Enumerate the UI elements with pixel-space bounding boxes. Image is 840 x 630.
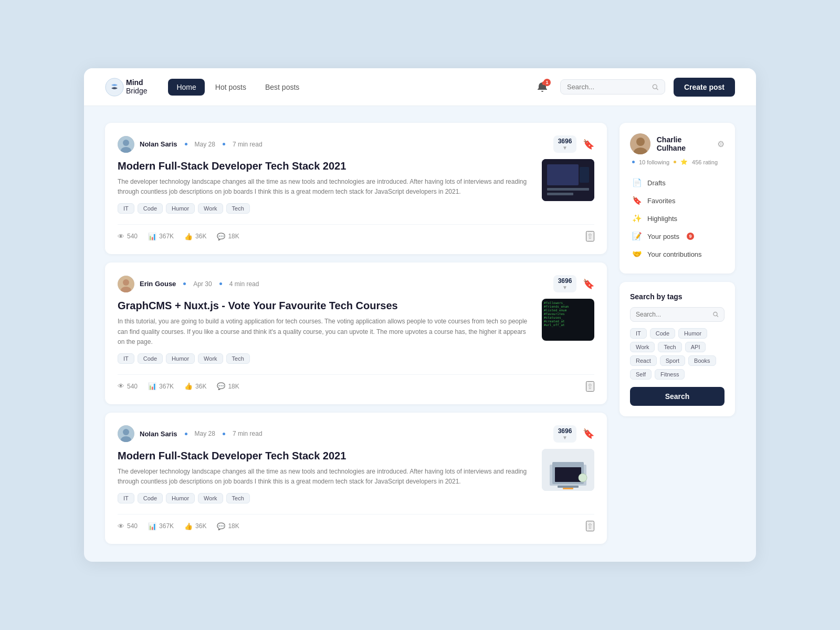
following-dot	[632, 161, 635, 163]
tag-pill-self[interactable]: Self	[630, 369, 652, 380]
post-body-3: Modern Full-Stack Developer Tech Stack 2…	[118, 449, 594, 512]
tag-pill-sport[interactable]: Sport	[660, 355, 685, 366]
stat-views2-val-2: 367K	[159, 383, 174, 390]
stat-views-3: 👁 540	[118, 522, 138, 530]
sidebar-item-highlights[interactable]: ✨ Highlights	[630, 209, 724, 227]
svg-rect-22	[555, 467, 581, 482]
tag-pill-react[interactable]: React	[630, 355, 657, 366]
tag-it-2[interactable]: IT	[118, 353, 134, 364]
favorites-label: Favorites	[647, 197, 675, 205]
comment-icon-1: 💬	[217, 233, 225, 240]
sidebar-item-favorites[interactable]: 🔖 Favorites	[630, 192, 724, 209]
share-button-2[interactable]: ⇧	[586, 381, 594, 392]
user-stats: 10 following ⭐ 456 rating	[630, 159, 724, 165]
svg-point-17	[123, 429, 129, 435]
nav-hot-posts[interactable]: Hot posts	[207, 79, 255, 96]
tags-search-input[interactable]	[636, 311, 710, 318]
rating-dot	[674, 161, 676, 163]
stat-comments-val-2: 18K	[228, 383, 239, 390]
stat-views2-val-1: 367K	[159, 233, 174, 240]
tag-it-3[interactable]: IT	[118, 493, 134, 503]
tag-pill-code[interactable]: Code	[650, 328, 675, 339]
stat-comments-1: 💬 18K	[217, 233, 239, 240]
author-avatar-3	[118, 425, 134, 442]
post-readtime-2: 4 min read	[229, 280, 259, 288]
header-search-input[interactable]	[567, 83, 648, 91]
tag-code-3[interactable]: Code	[138, 493, 163, 503]
tag-pill-work[interactable]: Work	[630, 342, 655, 352]
create-post-button[interactable]: Create post	[674, 78, 735, 97]
stat-likes-2: 👍 36K	[184, 382, 206, 390]
sidebar-item-your-posts[interactable]: 📝 Your posts 9	[630, 227, 724, 245]
user-rating: 456 rating	[692, 159, 718, 165]
posts-badge: 9	[687, 233, 694, 240]
share-button-3[interactable]: ⇧	[586, 521, 594, 531]
search-tags-button[interactable]: Search	[630, 387, 724, 406]
bookmark-button-2[interactable]: 🔖	[583, 278, 594, 290]
post-title-3[interactable]: Modern Full-Stack Developer Tech Stack 2…	[118, 449, 533, 463]
post-tags-1: IT Code Humor Work Tech	[118, 203, 533, 214]
drafts-icon: 📄	[632, 178, 642, 187]
tag-humor-3[interactable]: Humor	[166, 493, 195, 503]
tag-work-3[interactable]: Work	[198, 493, 223, 503]
post-tags-3: IT Code Humor Work Tech	[118, 493, 533, 503]
tag-pills-container: IT Code Humor Work Tech API React Sport …	[630, 328, 724, 380]
tag-tech-1[interactable]: Tech	[226, 203, 250, 214]
user-avatar	[630, 133, 650, 154]
body-content: Nolan Saris May 28 7 min read 3696 ▼ 🔖	[84, 106, 756, 562]
nav-best-posts[interactable]: Best posts	[257, 79, 308, 96]
tag-pill-fitness[interactable]: Fitness	[655, 369, 685, 380]
vote-number-1: 3696	[558, 138, 572, 145]
tag-code-1[interactable]: Code	[138, 203, 163, 214]
post-readtime-1: 7 min read	[233, 141, 262, 148]
tags-section-title: Search by tags	[630, 292, 724, 301]
chart-icon-3: 📊	[148, 522, 156, 530]
post-thumbnail-2: #followers_#friends_enum#listed_enum#fav…	[542, 299, 594, 341]
tag-humor-1[interactable]: Humor	[166, 203, 195, 214]
tag-pill-api[interactable]: API	[685, 342, 706, 352]
nav-home[interactable]: Home	[168, 79, 204, 96]
search-icon	[652, 83, 658, 91]
post-date-2: Apr 30	[193, 280, 212, 288]
svg-rect-24	[563, 488, 573, 489]
tag-it-1[interactable]: IT	[118, 203, 134, 214]
app-container: Mind Bridge Home Hot posts Best posts 1 …	[84, 68, 756, 562]
stat-likes-val-2: 36K	[195, 383, 206, 390]
tag-humor-2[interactable]: Humor	[166, 353, 195, 364]
post-title-1[interactable]: Modern Full-Stack Developer Tech Stack 2…	[118, 159, 533, 173]
logo-icon	[105, 78, 124, 97]
navbar: Mind Bridge Home Hot posts Best posts 1 …	[84, 68, 756, 106]
post-header-2: Erin Gouse Apr 30 4 min read 3696 ▼ 🔖	[118, 275, 594, 292]
post-title-2[interactable]: GraphCMS + Nuxt.js - Vote Your Favourite…	[118, 299, 533, 312]
post-header-1: Nolan Saris May 28 7 min read 3696 ▼ 🔖	[118, 135, 594, 153]
logo: Mind Bridge	[105, 78, 147, 97]
settings-button[interactable]: ⚙	[717, 139, 724, 149]
tag-pill-tech[interactable]: Tech	[658, 342, 681, 352]
tag-work-2[interactable]: Work	[198, 353, 223, 364]
tag-tech-2[interactable]: Tech	[226, 353, 250, 364]
tag-work-1[interactable]: Work	[198, 203, 223, 214]
post-excerpt-1: The developer technology landscape chang…	[118, 177, 533, 197]
tag-code-2[interactable]: Code	[138, 353, 163, 364]
share-button-1[interactable]: ⇧	[586, 231, 594, 242]
tag-pill-it[interactable]: IT	[630, 328, 647, 339]
bookmark-button-3[interactable]: 🔖	[583, 428, 594, 439]
post-tags-2: IT Code Humor Work Tech	[118, 353, 533, 364]
sidebar-item-drafts[interactable]: 📄 Drafts	[630, 174, 724, 192]
stat-views2-2: 📊 367K	[148, 382, 174, 390]
sidebar-item-contributions[interactable]: 🤝 Your contributions	[630, 245, 724, 263]
post-author-3: Nolan Saris May 28 7 min read	[118, 425, 262, 442]
tag-pill-humor[interactable]: Humor	[678, 328, 707, 339]
dot-5	[185, 433, 187, 435]
post-stats-3: 👁 540 📊 367K 👍 36K 💬 18K	[118, 514, 594, 531]
tag-pill-books[interactable]: Books	[688, 355, 716, 366]
post-stats-2: 👁 540 📊 367K 👍 36K 💬 18K	[118, 374, 594, 392]
bookmark-button-1[interactable]: 🔖	[583, 139, 594, 150]
posts-column: Nolan Saris May 28 7 min read 3696 ▼ 🔖	[105, 123, 607, 545]
sidebar-menu: 📄 Drafts 🔖 Favorites ✨ Highlights 📝 Your…	[630, 174, 724, 263]
nav-right: 1 1 Create post	[533, 78, 735, 97]
tag-tech-3[interactable]: Tech	[226, 493, 250, 503]
notification-button[interactable]: 1 1	[533, 78, 552, 97]
user-info: Charlie Culhane ⚙	[630, 133, 724, 154]
vote-arrow-3: ▼	[562, 435, 568, 440]
